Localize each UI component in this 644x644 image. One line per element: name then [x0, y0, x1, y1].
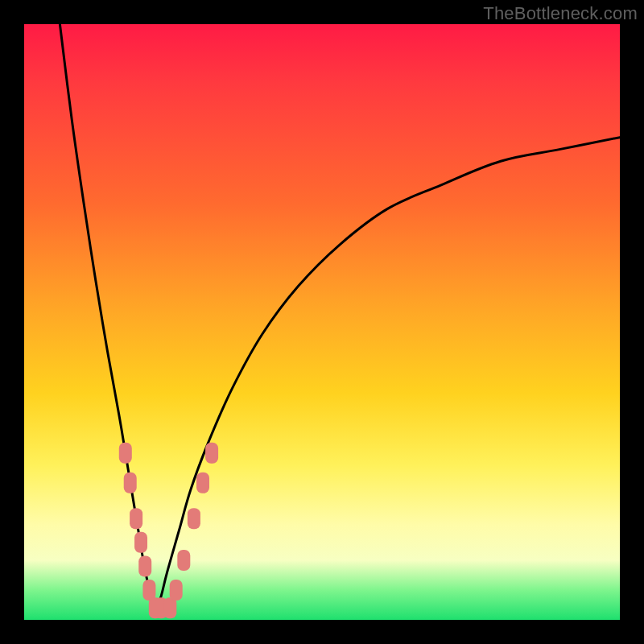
- data-marker: [170, 580, 183, 601]
- curve-group: [60, 24, 620, 614]
- chart-frame: TheBottleneck.com: [0, 0, 644, 644]
- data-marker: [119, 443, 132, 464]
- data-marker: [138, 555, 151, 576]
- data-marker: [124, 473, 137, 493]
- data-marker: [177, 550, 190, 571]
- data-marker: [134, 532, 147, 553]
- curve-layer: [24, 24, 620, 620]
- data-marker: [163, 597, 176, 618]
- data-marker: [196, 473, 209, 493]
- data-marker: [130, 508, 142, 529]
- data-marker: [205, 443, 218, 464]
- data-marker: [142, 580, 155, 601]
- curve-right-branch: [155, 138, 620, 614]
- data-marker: [188, 508, 200, 529]
- watermark-text: TheBottleneck.com: [483, 3, 638, 24]
- marker-group: [119, 443, 218, 618]
- plot-area: [24, 24, 620, 620]
